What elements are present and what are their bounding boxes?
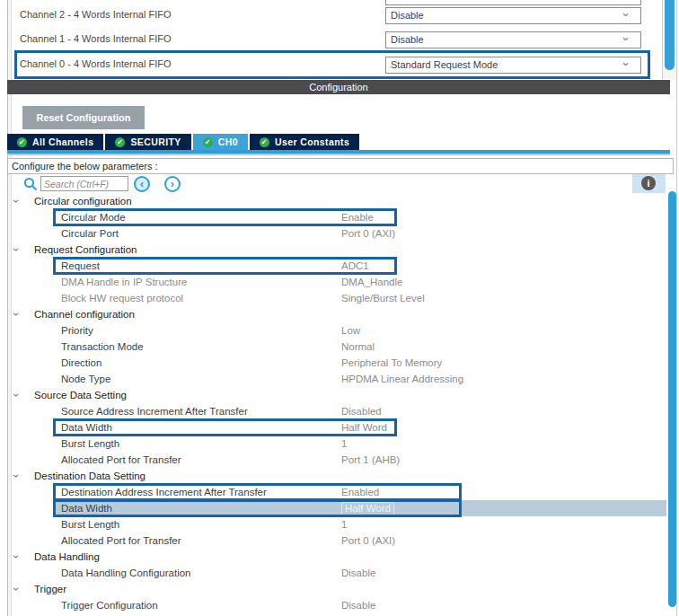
section-label: Source Data Setting [34,387,127,403]
param-value[interactable]: Normal [341,339,375,355]
param-label: Priority [61,322,93,339]
param-label: Burst Length [61,516,119,532]
param-label: Trigger Configuration [61,597,158,613]
tree-section-row[interactable]: ›Channel configuration [7,306,670,322]
info-icon[interactable]: i [641,176,656,190]
param-value[interactable]: Port 0 (AXI) [341,225,395,242]
param-value[interactable]: 1 [341,516,347,532]
param-value[interactable]: Enabled [341,484,379,500]
tree-param-row[interactable]: Source Address Increment After TransferD… [7,403,670,419]
chevron-down-icon[interactable]: › [14,549,25,565]
params-header: Configure the below parameters : [7,158,674,174]
top-scrollbar-thumb[interactable] [665,0,675,70]
param-value[interactable]: Disabled [341,403,382,419]
tree-param-row[interactable]: Transaction ModeNormal [7,339,670,355]
tree-param-row[interactable]: Allocated Port for TransferPort 0 (AXI) [7,532,670,549]
channel-fifo-dropdown[interactable]: Disable› [385,31,641,48]
tree-param-row[interactable]: Data WidthHalf Word [7,419,670,436]
tab-underline-shadow [7,154,670,155]
tab-user-constants[interactable]: ✔User Constants [250,134,359,150]
param-label: Node Type [61,371,110,387]
configuration-header: Configuration [7,80,670,94]
param-label: Destination Address Increment After Tran… [61,484,267,500]
chevron-down-icon[interactable]: › [14,242,25,258]
top-scrollbar-track[interactable] [662,0,677,79]
chevron-down-icon[interactable]: › [14,387,25,403]
param-value[interactable]: 1 [341,436,347,452]
param-value[interactable]: Low [341,322,360,339]
tree-section-row[interactable]: ›Data Handling [7,549,670,565]
tab-security[interactable]: ✔SECURITY [105,134,190,150]
tree-param-row[interactable]: RequestADC1 [7,258,670,274]
tree-param-row[interactable]: PriorityLow [7,322,670,339]
check-circle-icon: ✔ [17,137,27,147]
param-value[interactable]: Disable [341,597,375,613]
section-label: Trigger [34,581,66,597]
tree-section-row[interactable]: ›Request Configuration [7,242,670,258]
search-next-button[interactable]: › [164,176,181,192]
channel0-highlight-box [14,50,650,79]
param-label: DMA Handle in IP Structure [61,274,187,290]
section-label: Data Handling [34,549,100,565]
tab-all-channels[interactable]: ✔All Channels [7,134,103,150]
param-value[interactable]: Half Word [341,419,387,436]
param-value[interactable]: Single/Burst Level [341,290,425,306]
section-label: Destination Data Setting [34,468,146,484]
param-label: Data Handling Configuration [61,565,190,581]
tree-section-row[interactable]: ›Destination Data Setting [7,468,670,484]
tree-param-row[interactable]: DMA Handle in IP StructureDMA_Handle [7,274,670,290]
param-value[interactable]: Disable [341,565,375,581]
chevron-down-icon[interactable]: › [14,306,25,322]
param-value[interactable]: Enable [341,209,374,225]
tree-param-row[interactable]: Data Handling ConfigurationDisable [7,565,670,581]
tree-section-row[interactable]: ›Trigger [7,581,670,597]
tree-param-row[interactable]: Burst Length1 [7,516,670,532]
section-label: Circular configuration [34,193,132,209]
check-circle-icon: ✔ [115,137,125,147]
param-label: Burst Length [61,436,119,452]
tab-label: CH0 [218,136,238,147]
param-label: Direction [61,355,101,371]
param-label: Block HW request protocol [61,290,183,306]
reset-configuration-button[interactable]: Reset Configuration [22,106,145,129]
partial-dropdown[interactable] [385,0,641,5]
param-value[interactable]: Peripheral To Memory [341,355,442,371]
param-value[interactable]: Half Word [341,502,394,515]
tree-param-row[interactable]: Destination Address Increment After Tran… [7,484,670,500]
tree-param-row[interactable]: Circular PortPort 0 (AXI) [7,225,670,242]
search-icon [23,177,38,191]
chevron-down-icon[interactable]: › [14,193,25,209]
chevron-down-icon[interactable]: › [14,468,25,484]
parameter-tree: ›Circular configurationCircular ModeEnab… [7,193,670,613]
param-label: Circular Mode [61,209,126,225]
search-input[interactable] [40,176,128,191]
tree-param-row[interactable]: Node TypeHPDMA Linear Addressing [7,371,670,387]
param-value[interactable]: HPDMA Linear Addressing [341,371,463,387]
param-value[interactable]: Port 0 (AXI) [341,532,395,549]
chevron-down-icon: › [624,32,635,46]
param-value[interactable]: DMA_Handle [341,274,402,290]
tree-section-row[interactable]: ›Source Data Setting [7,387,670,403]
param-label: Allocated Port for Transfer [61,532,181,549]
tab-ch0[interactable]: ✔CH0 [193,134,248,150]
param-label: Source Address Increment After Transfer [61,403,248,419]
param-value[interactable]: Port 1 (AHB) [341,452,400,468]
tree-param-row[interactable]: Data WidthHalf Word [7,500,670,516]
window-right-border [676,0,677,616]
search-previous-button[interactable]: ‹ [134,176,150,192]
tree-section-row[interactable]: ›Circular configuration [7,193,670,209]
param-value[interactable]: ADC1 [341,258,369,274]
section-label: Request Configuration [34,242,137,258]
tree-param-row[interactable]: Trigger ConfigurationDisable [7,597,670,613]
param-label: Request [61,258,100,274]
tree-param-row[interactable]: DirectionPeripheral To Memory [7,355,670,371]
tree-param-row[interactable]: Burst Length1 [7,436,670,452]
tree-param-row[interactable]: Block HW request protocolSingle/Burst Le… [7,290,670,306]
tree-param-row[interactable]: Allocated Port for TransferPort 1 (AHB) [7,452,670,468]
dma-configuration-panel: Channel 2 - 4 Words Internal FIFODisable… [0,0,679,616]
channel-fifo-dropdown[interactable]: Disable› [385,7,641,24]
param-label: Transaction Mode [61,339,144,355]
tree-param-row[interactable]: Circular ModeEnable [7,209,670,225]
chevron-down-icon[interactable]: › [14,581,25,597]
check-circle-icon: ✔ [203,137,213,147]
